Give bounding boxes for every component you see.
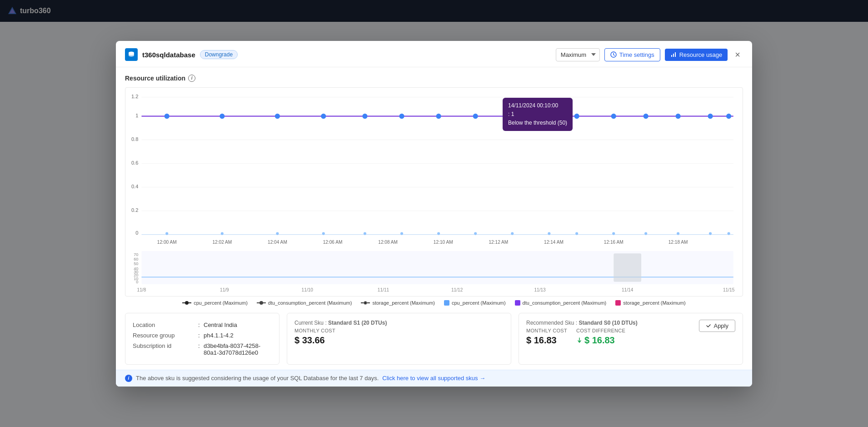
- footer-bar: i The above sku is suggested considering…: [116, 370, 752, 387]
- svg-point-31: [538, 114, 542, 118]
- footer-link[interactable]: Click here to view all supported skus →: [382, 375, 485, 382]
- clock-icon: [610, 51, 617, 58]
- time-settings-label: Time settings: [619, 51, 654, 58]
- current-cost-grid: MONTHLY COST $ 33.66: [294, 328, 504, 346]
- resource-info-table: Location : Central India Resource group …: [133, 320, 272, 358]
- close-button[interactable]: ×: [732, 49, 743, 60]
- svg-text:11/12: 11/12: [451, 287, 463, 292]
- svg-text:12:14 AM: 12:14 AM: [544, 240, 564, 245]
- svg-rect-66: [141, 251, 733, 284]
- downgrade-badge: Downgrade: [200, 50, 238, 59]
- svg-text:12:10 AM: 12:10 AM: [434, 240, 453, 245]
- recommended-sku-card: Apply Recommended Sku : Standard S0 (10 …: [519, 313, 743, 365]
- section-title: Resource utilization i: [125, 75, 743, 82]
- svg-point-22: [165, 114, 169, 118]
- recommended-monthly-amount: $ 16.83: [526, 335, 567, 346]
- svg-point-38: [727, 114, 731, 118]
- apply-button[interactable]: Apply: [699, 320, 735, 332]
- svg-point-51: [612, 232, 615, 235]
- resource-info-card: Location : Central India Resource group …: [125, 313, 279, 365]
- legend-cpu-fill: cpu_percent (Maximum): [444, 300, 506, 306]
- footer-text: The above sku is suggested considering t…: [136, 375, 379, 382]
- chart-legend: cpu_percent (Maximum) dtu_consumption_pe…: [125, 300, 743, 306]
- svg-point-35: [644, 114, 648, 118]
- chart-icon: [670, 51, 677, 58]
- footer-info-icon: i: [125, 375, 132, 382]
- svg-point-33: [574, 114, 579, 118]
- modal-body: Resource utilization i 1.2 1 0.8 0.6 0.4…: [116, 67, 752, 370]
- svg-point-47: [474, 232, 477, 235]
- svg-text:11/14: 11/14: [622, 287, 634, 292]
- svg-point-49: [548, 232, 550, 235]
- current-sku-label: Current Sku : Standard S1 (20 DTUs): [294, 320, 504, 326]
- svg-point-27: [399, 114, 404, 118]
- aggregation-dropdown[interactable]: Maximum Average Minimum: [556, 48, 600, 61]
- svg-text:12:04 AM: 12:04 AM: [268, 240, 287, 245]
- svg-text:0.4: 0.4: [131, 183, 138, 189]
- svg-point-55: [728, 232, 730, 235]
- svg-rect-4: [671, 55, 672, 57]
- recommended-monthly-label: MONTHLY COST: [526, 328, 567, 333]
- svg-point-40: [165, 232, 168, 235]
- svg-text:11/8: 11/8: [137, 287, 146, 292]
- svg-text:12:06 AM: 12:06 AM: [323, 240, 343, 245]
- svg-point-54: [709, 232, 712, 235]
- info-icon: i: [188, 75, 195, 82]
- legend-storage-fill: storage_percent (Maximum): [615, 300, 686, 306]
- svg-point-45: [400, 232, 403, 235]
- svg-point-46: [437, 232, 440, 235]
- chart-container: 1.2 1 0.8 0.6 0.4 0.2 0: [125, 87, 743, 296]
- svg-text:50: 50: [134, 261, 138, 266]
- cost-difference-block: COST DIFFERENCE $ 16.83: [576, 328, 625, 346]
- svg-point-53: [677, 232, 679, 235]
- svg-text:11/15: 11/15: [723, 287, 735, 292]
- svg-point-50: [575, 232, 578, 235]
- subscription-value: d3be4bfa-8037-4258-80a1-3d7078d126e0: [204, 341, 272, 358]
- current-sku-card: Current Sku : Standard S1 (20 DTUs) MONT…: [287, 313, 511, 365]
- current-sku-value: Standard S1 (20 DTUs): [328, 320, 387, 326]
- svg-point-25: [321, 114, 326, 118]
- svg-text:12:18 AM: 12:18 AM: [668, 240, 688, 245]
- svg-rect-5: [673, 54, 674, 57]
- legend-cpu-line: cpu_percent (Maximum): [182, 300, 248, 306]
- subscription-row: Subscription id : d3be4bfa-8037-4258-80a…: [133, 341, 272, 358]
- resource-name: t360sqldatabase: [142, 51, 195, 59]
- apply-label: Apply: [713, 322, 728, 329]
- svg-point-48: [511, 232, 514, 235]
- resource-group-value: ph4.1.1-4.2: [204, 330, 272, 341]
- modal-header-controls: Maximum Average Minimum Time settings: [556, 48, 743, 61]
- resource-group-row: Resource group : ph4.1.1-4.2: [133, 330, 272, 341]
- svg-text:0.8: 0.8: [131, 136, 138, 141]
- time-settings-button[interactable]: Time settings: [604, 48, 660, 61]
- legend-dtu-line: dtu_consumption_percent (Maximum): [257, 300, 352, 306]
- resource-usage-button[interactable]: Resource usage: [665, 49, 728, 61]
- svg-text:0.6: 0.6: [131, 160, 138, 165]
- svg-text:0: 0: [136, 279, 138, 284]
- svg-point-37: [708, 114, 713, 118]
- svg-text:12:12 AM: 12:12 AM: [489, 240, 508, 245]
- svg-text:60: 60: [134, 256, 138, 261]
- svg-text:11/10: 11/10: [302, 287, 314, 292]
- svg-point-24: [275, 114, 279, 118]
- location-label: Location: [133, 320, 196, 330]
- svg-point-52: [644, 232, 647, 235]
- cost-diff-amount: $ 16.83: [576, 335, 625, 346]
- svg-text:12:16 AM: 12:16 AM: [604, 240, 624, 245]
- svg-text:1.2: 1.2: [131, 93, 138, 99]
- info-section: Location : Central India Resource group …: [125, 313, 743, 365]
- svg-text:12:08 AM: 12:08 AM: [378, 240, 398, 245]
- svg-point-30: [510, 114, 514, 118]
- resource-group-label: Resource group: [133, 330, 196, 341]
- current-monthly-amount: $ 33.66: [294, 335, 335, 346]
- svg-rect-6: [675, 52, 676, 57]
- svg-point-42: [276, 232, 279, 235]
- svg-text:70: 70: [134, 252, 138, 256]
- subscription-label: Subscription id: [133, 341, 196, 358]
- resource-chart: 1.2 1 0.8 0.6 0.4 0.2 0: [125, 88, 743, 296]
- modal-container: t360sqldatabase Downgrade Maximum Averag…: [116, 41, 752, 387]
- modal-header: t360sqldatabase Downgrade Maximum Averag…: [116, 41, 752, 67]
- recommended-monthly-cost-block: MONTHLY COST $ 16.83: [526, 328, 567, 346]
- svg-text:0.2: 0.2: [131, 207, 138, 212]
- current-monthly-cost-block: MONTHLY COST $ 33.66: [294, 328, 335, 346]
- svg-point-23: [220, 114, 224, 118]
